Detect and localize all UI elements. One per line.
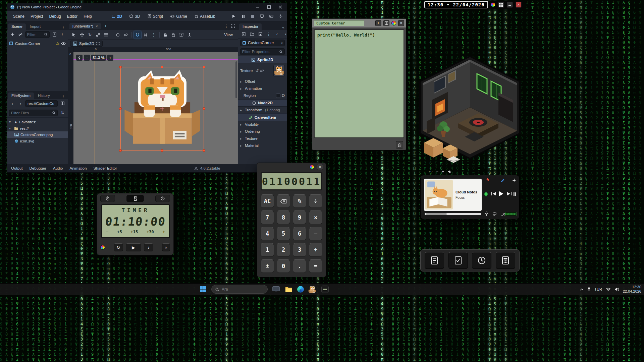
instance-scene-button[interactable]: [17, 31, 24, 38]
clock-widget-button[interactable]: [472, 252, 491, 269]
speaker-icon[interactable]: [447, 170, 452, 174]
timer-close-button[interactable]: ×: [162, 243, 170, 251]
tray-clock[interactable]: 12:30 22.04.2026: [623, 285, 641, 294]
sprite2d-context-chip[interactable]: Sprite2D: [70, 41, 103, 47]
taskbar-search[interactable]: [211, 285, 268, 294]
collapse-icon[interactable]: −: [436, 169, 438, 174]
scene-dock-menu-icon[interactable]: ⋮: [60, 25, 67, 30]
center-view-button[interactable]: [76, 55, 83, 61]
note-text-area[interactable]: print("Hello, World!"): [314, 29, 404, 138]
caret-down-icon[interactable]: ▾: [9, 120, 12, 124]
calc-key-equals[interactable]: =: [309, 259, 322, 273]
calc-key-2[interactable]: 2: [277, 243, 290, 256]
expand-icon[interactable]: +: [442, 169, 444, 174]
workspace-game[interactable]: Game: [167, 13, 190, 20]
clock-tab-icon[interactable]: [155, 195, 170, 202]
property-animation[interactable]: ▸Animation: [238, 85, 287, 92]
scene-tab-unsaved[interactable]: [unsaved](*) ×: [69, 23, 101, 29]
calc-key-0[interactable]: 0: [277, 259, 290, 273]
close-note-button[interactable]: ×: [398, 20, 404, 26]
task-view-button[interactable]: [272, 285, 280, 294]
menu-project[interactable]: Project: [28, 13, 46, 20]
collapse-dock-icon[interactable]: «: [281, 25, 286, 30]
canvas-scrollbar[interactable]: [235, 61, 237, 98]
view-menu-button[interactable]: View: [221, 32, 236, 38]
remote-debug-button[interactable]: [259, 13, 265, 20]
calc-key-percent[interactable]: %: [293, 194, 306, 208]
zoom-out-button[interactable]: −: [84, 55, 90, 61]
selection-handle[interactable]: [203, 107, 205, 110]
property-visibility[interactable]: ▸Visibility: [238, 121, 287, 128]
version-update-icon[interactable]: [194, 167, 198, 170]
calc-key-9[interactable]: 9: [293, 210, 306, 224]
gem-icon[interactable]: [484, 191, 488, 197]
tab-scene[interactable]: Scene: [8, 23, 26, 30]
scale-tool-icon[interactable]: [94, 31, 102, 39]
add-node-button[interactable]: [9, 31, 16, 38]
trash-button[interactable]: [396, 141, 403, 148]
calc-key-minus[interactable]: −: [309, 227, 322, 240]
menu-help[interactable]: Help: [81, 13, 95, 20]
visibility-eye-icon[interactable]: [61, 42, 66, 45]
sort-files-button[interactable]: ⇅: [59, 110, 66, 116]
stop-button[interactable]: [249, 13, 256, 20]
tab-history[interactable]: History: [35, 93, 53, 99]
wifi-icon[interactable]: [606, 288, 611, 291]
calc-key-5[interactable]: 5: [277, 227, 290, 240]
calc-key-plusminus[interactable]: ±: [261, 259, 274, 273]
menu-editor[interactable]: Editor: [64, 13, 80, 20]
tab-inspector[interactable]: Inspector: [239, 23, 262, 30]
load-resource-button[interactable]: [249, 31, 255, 38]
save-resource-button[interactable]: [257, 31, 264, 38]
calc-key-1[interactable]: 1: [261, 243, 274, 256]
expand-chip-icon[interactable]: [96, 42, 100, 45]
scene-extra-menu-icon[interactable]: ⋮: [59, 31, 66, 38]
scene-tabs-menu-icon[interactable]: ⋮: [224, 24, 228, 28]
selection-handle[interactable]: [119, 66, 122, 68]
theme-ball-icon[interactable]: [391, 21, 396, 25]
property-texture-group[interactable]: ▸Texture: [238, 135, 287, 142]
canvas-viewport[interactable]: − 51.3 % +: [73, 52, 238, 164]
distraction-free-icon[interactable]: [231, 24, 235, 28]
inspected-node-selector[interactable]: CustomCorner ▾: [240, 40, 285, 46]
add-note-button[interactable]: +: [375, 20, 381, 26]
selection-handle[interactable]: [119, 107, 122, 110]
snap-options-menu-icon[interactable]: ⋮: [150, 31, 157, 39]
language-indicator[interactable]: TUR: [594, 287, 602, 291]
timer-plus-button[interactable]: +: [163, 230, 165, 234]
pan-tool-icon[interactable]: [114, 31, 121, 39]
custom-corner-titlebar[interactable]: Custom Corner + ×: [312, 19, 406, 27]
theme-ball-icon[interactable]: [491, 2, 495, 7]
layout-button[interactable]: [383, 20, 389, 26]
close-button[interactable]: [277, 4, 284, 10]
smart-snap-toggle-icon[interactable]: [134, 31, 141, 39]
calc-key-plus[interactable]: +: [309, 243, 322, 256]
minimize-widget-button[interactable]: [507, 2, 513, 8]
start-button[interactable]: [199, 285, 207, 294]
file-row-icon-svg[interactable]: icon.svg: [7, 138, 68, 144]
revert-icon[interactable]: ↺: [256, 68, 259, 73]
volume-icon[interactable]: [614, 287, 619, 291]
group-object-icon[interactable]: [178, 31, 185, 39]
timer-plus5-button[interactable]: +5: [117, 230, 122, 234]
theme-ball-icon[interactable]: [310, 165, 314, 169]
pause-button[interactable]: [240, 13, 247, 20]
list-select-icon[interactable]: [102, 31, 110, 39]
calc-key-dot[interactable]: .: [293, 259, 306, 273]
zoom-level[interactable]: 51.3 %: [91, 55, 106, 61]
property-transform[interactable]: ▸Transform(1 chang: [238, 107, 287, 114]
file-row-customcorner[interactable]: CustomCorner.png: [7, 131, 68, 138]
timer-reset-button[interactable]: ↻: [114, 243, 123, 251]
movie-mode-button[interactable]: [268, 13, 275, 20]
next-track-button[interactable]: [506, 191, 512, 196]
attach-script-button[interactable]: [51, 31, 58, 38]
play-track-button[interactable]: [498, 191, 504, 197]
inspector-filter-input[interactable]: [242, 50, 278, 54]
theme-ball-icon[interactable]: [100, 245, 105, 250]
texture-thumbnail[interactable]: [273, 65, 285, 76]
property-material[interactable]: ▸Material: [238, 142, 287, 149]
calc-key-multiply[interactable]: ×: [309, 210, 322, 224]
warning-icon[interactable]: ⚠: [56, 41, 59, 46]
taskbar-search-input[interactable]: [222, 287, 264, 292]
scene-filter-input[interactable]: [27, 33, 43, 37]
